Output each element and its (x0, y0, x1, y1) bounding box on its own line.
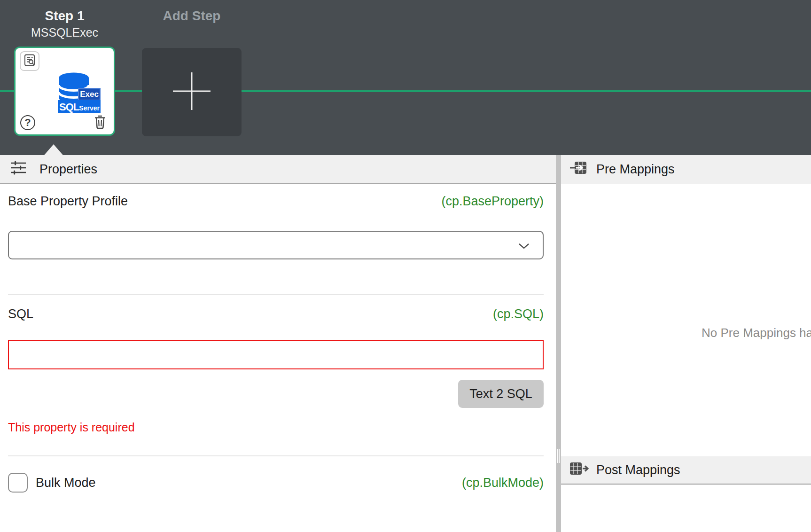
pre-mappings-header: Pre Mappings (561, 155, 811, 184)
section-divider (8, 294, 544, 295)
splitter-grip (559, 449, 560, 463)
trash-icon (94, 114, 107, 131)
question-mark-icon: ? (24, 117, 31, 129)
bulk-mode-label: Bulk Mode (36, 476, 96, 490)
table-arrow-in-icon (570, 160, 587, 179)
add-step-label: Add Step (142, 8, 242, 23)
pre-mappings-empty-text: No Pre Mappings ha (702, 326, 811, 340)
delete-step-button[interactable] (93, 115, 107, 131)
selected-step-pointer (44, 144, 63, 155)
app-screen: Step 1 MSSQLExec Add Step (0, 0, 811, 532)
properties-header: Properties (0, 155, 556, 184)
post-mappings-body (561, 485, 811, 532)
bulk-mode-annotation: (cp.BulkMode) (462, 476, 544, 490)
sql-input[interactable] (8, 340, 544, 369)
exec-badge: Exec (78, 88, 101, 101)
sliders-icon (9, 160, 27, 179)
table-arrow-out-icon (570, 461, 589, 479)
flow-connector-line (0, 90, 811, 92)
base-property-label: Base Property Profile (8, 194, 128, 209)
pre-mappings-body: No Pre Mappings ha (561, 185, 811, 456)
pre-mappings-title: Pre Mappings (596, 162, 675, 177)
chevron-down-icon (518, 243, 530, 251)
workflow-canvas: Step 1 MSSQLExec Add Step (0, 0, 811, 155)
step-help-button[interactable]: ? (20, 115, 35, 130)
post-mappings-title: Post Mappings (596, 463, 680, 477)
step-title: Step 1 (14, 8, 115, 23)
splitter-grip (557, 449, 558, 463)
post-mappings-header: Post Mappings (561, 456, 811, 485)
sql-label: SQL (8, 307, 33, 321)
section-divider (8, 455, 544, 456)
base-property-annotation: (cp.BaseProperty) (441, 194, 544, 209)
step-subtitle: MSSQLExec (14, 26, 115, 39)
sql-required-error: This property is required (8, 421, 135, 434)
document-search-icon (23, 54, 36, 69)
properties-body: Base Property Profile (cp.BaseProperty) … (0, 185, 556, 532)
text2sql-button[interactable]: Text 2 SQL (458, 380, 544, 408)
properties-title: Properties (39, 162, 97, 177)
panel-splitter[interactable] (556, 155, 561, 532)
step-card[interactable]: Exec SQLServer ? (14, 47, 115, 136)
base-property-select[interactable] (8, 231, 544, 259)
bulk-mode-checkbox[interactable] (8, 473, 28, 493)
add-step-button[interactable] (142, 48, 242, 136)
sqlserver-badge: SQLServer (58, 100, 101, 113)
sql-annotation: (cp.SQL) (493, 307, 544, 321)
view-log-button[interactable] (20, 51, 39, 71)
plus-icon (172, 71, 211, 113)
